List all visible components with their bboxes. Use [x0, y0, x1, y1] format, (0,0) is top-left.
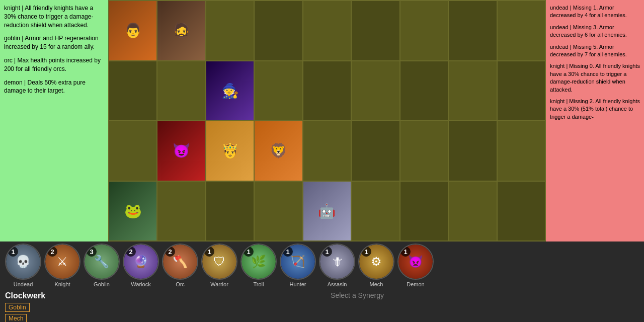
synergy-bar: 1💀Undead2⚔Knight3🔧Goblin2🔮Warlock2🪓Orc1🛡…	[0, 242, 644, 289]
synergy-icon-assasin: 🗡	[331, 255, 343, 269]
synergy-badge-orc: 2	[165, 247, 175, 257]
grid-cell-1-6[interactable]	[400, 61, 448, 121]
grid-cell-1-7[interactable]	[449, 61, 496, 121]
grid-cell-0-3[interactable]	[255, 1, 302, 60]
hero-portrait-Knight 1: 👨	[109, 1, 156, 60]
grid-cell-2-1[interactable]: 😈	[157, 121, 205, 181]
synergy-badge-troll: 1	[244, 247, 254, 257]
grid-cell-2-8[interactable]	[498, 121, 545, 181]
grid-cell-3-0[interactable]: 🐸	[109, 182, 156, 241]
synergy-label-mech: Mech	[370, 281, 383, 287]
grid-cell-1-8[interactable]	[498, 61, 545, 121]
grid-cell-0-4[interactable]	[303, 1, 351, 60]
synergy-label-troll: Troll	[254, 281, 264, 287]
grid-cell-0-7[interactable]	[449, 1, 496, 60]
synergy-circle-goblin: 3🔧	[84, 244, 120, 280]
grid-cell-2-5[interactable]	[352, 121, 399, 181]
grid-cell-3-4[interactable]: 🤖	[303, 182, 351, 241]
grid-cell-1-5[interactable]	[352, 61, 399, 121]
synergy-item-demon[interactable]: 1👿Demon	[397, 244, 434, 287]
synergy-label-goblin: Goblin	[94, 281, 110, 287]
grid-cell-3-8[interactable]	[498, 182, 545, 241]
synergy-label-warlock: Warlock	[131, 281, 150, 287]
synergy-badge-mech: 1	[361, 247, 371, 257]
synergy-icon-warrior: 🛡	[213, 255, 225, 269]
grid-cell-3-2[interactable]	[206, 182, 254, 241]
right-synergy-panel: undead | Missing 1. Armor decreased by 4…	[546, 0, 644, 242]
grid-cell-3-3[interactable]	[255, 182, 302, 241]
grid-cell-0-1[interactable]: 🧔	[157, 1, 205, 60]
grid-cell-2-6[interactable]	[400, 121, 448, 181]
right-undead-3: undead | Missing 3. Armor decreased by 6…	[550, 24, 640, 39]
synergy-icon-goblin: 🔧	[94, 255, 109, 269]
grid-cell-1-4[interactable]	[303, 61, 351, 121]
synergy-label-undead: Undead	[14, 281, 33, 287]
synergy-circle-mech: 1⚙	[358, 244, 394, 280]
synergy-item-goblin[interactable]: 3🔧Goblin	[84, 244, 120, 287]
synergy-icon-mech: ⚙	[371, 255, 382, 269]
grid-cell-2-0[interactable]	[109, 121, 156, 181]
synergy-circle-assasin: 1🗡	[319, 244, 355, 280]
grid-cell-1-1[interactable]	[157, 61, 205, 121]
right-undead-5: undead | Missing 5. Armor decreased by 7…	[550, 43, 640, 59]
synergy-circle-hunter: 1🏹	[280, 244, 316, 280]
grid-cell-2-3[interactable]: 🦁	[255, 121, 302, 181]
synergy-item-hunter[interactable]: 1🏹Hunter	[280, 244, 316, 287]
grid-cell-3-7[interactable]	[449, 182, 496, 241]
synergy-item-knight[interactable]: 2⚔Knight	[44, 244, 80, 287]
synergy-badge-undead: 1	[8, 247, 18, 257]
right-knight-2: knight | Missing 2. All friendly knights…	[550, 98, 640, 121]
synergy-label-orc: Orc	[176, 281, 185, 287]
synergy-label-demon: Demon	[407, 281, 424, 287]
synergy-icon-hunter: 🏹	[290, 255, 305, 269]
grid-cell-1-3[interactable]	[255, 61, 302, 121]
synergy-circle-warrior: 1🛡	[201, 244, 237, 280]
synergy-icon-orc: 🪓	[173, 255, 188, 269]
synergy-item-orc[interactable]: 2🪓Orc	[162, 244, 198, 287]
goblin-synergy-text: goblin | Armor and HP regeneration incre…	[4, 34, 104, 51]
right-knight-0: knight | Missing 0. All friendly knights…	[550, 62, 640, 94]
synergy-badge-demon: 1	[400, 247, 411, 257]
hero-portrait-Hero4: 😈	[157, 121, 205, 181]
synergy-circle-knight: 2⚔	[44, 244, 80, 280]
hero-tag-mech: Mech	[5, 314, 27, 322]
synergy-item-undead[interactable]: 1💀Undead	[5, 244, 41, 287]
grid-cell-3-6[interactable]	[400, 182, 448, 241]
grid-cell-0-8[interactable]	[498, 1, 545, 60]
synergy-item-assasin[interactable]: 1🗡Assasin	[319, 244, 355, 287]
hero-portrait-Mech: 🤖	[303, 182, 351, 241]
hero-tag-goblin: Goblin	[5, 303, 30, 312]
grid-cell-0-0[interactable]: 👨	[109, 1, 156, 60]
synergy-item-troll[interactable]: 1🌿Troll	[240, 244, 277, 287]
knight-synergy-text: knight | All friendly knights have a 30%…	[4, 4, 104, 29]
synergy-item-warrior[interactable]: 1🛡Warrior	[201, 244, 237, 287]
synergy-circle-troll: 1🌿	[240, 244, 277, 280]
right-undead-1: undead | Missing 1. Armor decreased by 4…	[550, 4, 640, 20]
synergy-select-area[interactable]: Select a Synergy	[75, 291, 639, 299]
grid-cell-0-5[interactable]	[352, 1, 399, 60]
grid-cell-0-2[interactable]	[206, 1, 254, 60]
hero-portrait-Knight 2: 🧔	[157, 1, 205, 60]
synergy-item-warlock[interactable]: 2🔮Warlock	[123, 244, 159, 287]
grid-cell-3-1[interactable]	[157, 182, 205, 241]
grid-cell-1-2[interactable]: 🧙	[206, 61, 254, 121]
synergy-badge-hunter: 1	[283, 247, 293, 257]
game-grid: 👨🧔🧙😈🤴🦁🐸🤖	[108, 0, 546, 242]
bottom-info: Clockwerk Goblin Mech Cost: 1 Select a S…	[0, 289, 644, 322]
synergy-badge-warlock: 2	[126, 247, 136, 257]
hero-portrait-Goblin: 🐸	[109, 182, 156, 241]
grid-cell-2-7[interactable]	[449, 121, 496, 181]
synergy-badge-knight: 2	[47, 247, 57, 257]
hero-portrait-Hero5: 🤴	[206, 121, 254, 181]
synergy-badge-assasin: 1	[322, 247, 332, 257]
grid-cell-0-6[interactable]	[400, 1, 448, 60]
synergy-label-warrior: Warrior	[210, 281, 228, 287]
hero-name: Clockwerk	[5, 291, 65, 300]
grid-cell-3-5[interactable]	[352, 182, 399, 241]
grid-cell-1-0[interactable]	[109, 61, 156, 121]
grid-cell-2-2[interactable]: 🤴	[206, 121, 254, 181]
hero-details: Clockwerk Goblin Mech Cost: 1	[5, 291, 65, 322]
synergy-item-mech[interactable]: 1⚙Mech	[358, 244, 394, 287]
synergy-icon-undead: 💀	[16, 255, 31, 269]
grid-cell-2-4[interactable]	[303, 121, 351, 181]
